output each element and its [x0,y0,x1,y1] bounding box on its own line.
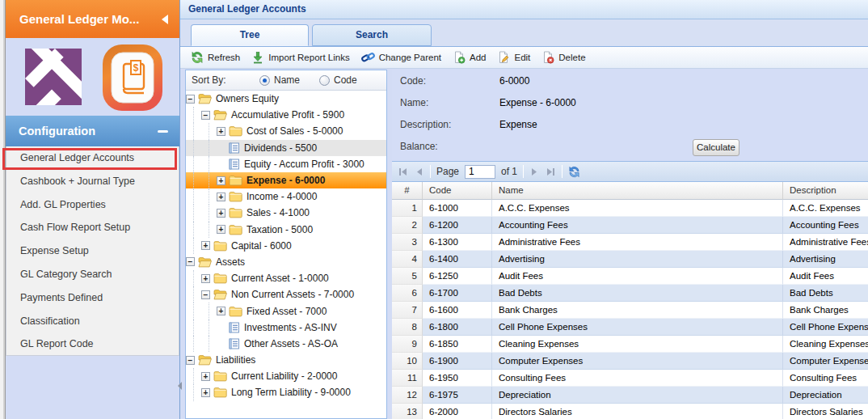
collapse-node-icon[interactable]: − [186,95,195,104]
splitter-collapse-icon[interactable] [178,382,182,390]
configuration-section-header[interactable]: Configuration [6,116,179,146]
sidebar-item-general-ledger-accounts[interactable]: General Ledger Accounts [6,146,179,170]
tree-node-equity-accum-profit-3000[interactable]: Equity - Accum Profit - 3000 [186,156,386,172]
description-cell[interactable]: Cleaning Expenses [783,336,868,353]
collapse-node-icon[interactable]: − [186,257,195,266]
code-cell[interactable]: 6-1800 [423,319,492,336]
column-header-num[interactable]: # [392,182,423,200]
expand-node-icon[interactable]: + [201,241,210,250]
description-cell[interactable]: Cell Phone Expenses [783,319,868,336]
expand-node-icon[interactable]: + [217,176,225,185]
table-row[interactable]: 16-1000A.C.C. ExpensesA.C.C. Expenses [392,200,868,217]
description-cell[interactable]: Advertising [783,251,868,268]
tree-node-non-current-assets-7-0000[interactable]: −Non Current Assets - 7-0000 [186,286,386,303]
column-header-name[interactable]: Name [492,182,783,200]
code-cell[interactable]: 6-1300 [423,234,492,251]
code-cell[interactable]: 6-1700 [423,285,492,302]
sidebar-item-cashbook-journal-type[interactable]: Cashbook + Journal Type [6,170,179,193]
delete-button[interactable]: Delete [537,49,592,66]
next-page-icon[interactable] [529,167,540,177]
name-cell[interactable]: Bad Debts [492,285,783,302]
tree-node-capital-6000[interactable]: +Capital - 6000 [186,238,386,254]
table-row[interactable]: 96-1850Cleaning ExpensesCleaning Expense… [392,336,868,353]
description-cell[interactable]: A.C.C. Expenses [783,200,868,217]
sidebar-item-payments-defined[interactable]: Payments Defined [6,286,179,310]
tree-node-investments-as-inv[interactable]: Investments - AS-INV [186,320,386,336]
code-cell[interactable]: 6-1250 [423,268,492,285]
name-cell[interactable]: Consulting Fees [492,370,783,387]
sidebar-item-gl-category-search[interactable]: GL Category Search [6,263,179,286]
code-cell[interactable]: 6-1000 [423,200,492,217]
name-cell[interactable]: Accounting Fees [492,217,783,234]
tree-node-long-term-liability-9-0000[interactable]: +Long Term Liability - 9-0000 [186,384,386,400]
first-page-icon[interactable] [398,167,408,177]
collapse-node-icon[interactable]: − [201,290,210,299]
tree-node-taxation-5000[interactable]: +Taxation - 5000 [186,222,386,238]
description-cell[interactable]: Bad Debts [783,285,868,302]
sort-name-radio[interactable] [259,75,270,86]
code-cell[interactable]: 6-1600 [423,302,492,319]
description-cell[interactable]: Directors Salaries [783,404,868,419]
sidebar-item-classification[interactable]: Classification [6,310,179,333]
code-cell[interactable]: 6-2000 [423,404,492,419]
expand-node-icon[interactable]: + [217,193,225,201]
description-cell[interactable]: Bank Charges [783,302,868,319]
tree-node-income-4-0000[interactable]: +Income - 4-0000 [186,188,386,205]
calculate-button[interactable]: Calculate [693,139,739,156]
refresh-button[interactable]: Refresh [187,49,247,66]
tree-node-cost-of-sales-5-0000[interactable]: +Cost of Sales - 5-0000 [186,123,386,139]
tree-node-dividends-5500[interactable]: Dividends - 5500 [186,140,386,156]
tree-node-assets[interactable]: −Assets [186,254,386,270]
tree-node-sales-4-1000[interactable]: +Sales - 4-1000 [186,205,386,221]
code-cell[interactable]: 6-1900 [423,353,492,370]
change-parent-button[interactable]: Change Parent [357,49,449,66]
sort-name-option[interactable]: Name [259,74,300,86]
collapse-section-icon[interactable] [158,130,168,133]
name-cell[interactable]: A.C.C. Expenses [492,200,783,217]
sidebar-item-cash-flow-report-setup[interactable]: Cash Flow Report Setup [6,216,179,239]
table-row[interactable]: 36-1300Administrative FeesAdministrative… [392,234,868,251]
table-row[interactable]: 26-1200Accounting FeesAccounting Fees [392,217,868,234]
name-cell[interactable]: Cleaning Expenses [492,336,783,353]
description-cell[interactable]: Computer Expenses [783,353,868,370]
description-cell[interactable]: Accounting Fees [783,217,868,234]
sort-code-radio[interactable] [319,75,330,86]
name-cell[interactable]: Bank Charges [492,302,783,319]
sort-code-option[interactable]: Code [319,74,357,86]
description-cell[interactable]: Audit Fees [783,268,868,285]
sidebar-item-add-gl-properties[interactable]: Add. GL Properties [6,193,179,217]
tab-search[interactable]: Search [312,24,432,46]
name-cell[interactable]: Administrative Fees [492,234,783,251]
tree-node-current-asset-1-0000[interactable]: +Current Asset - 1-0000 [186,270,386,286]
tree-node-accumulative-profit-5900[interactable]: −Accumulative Profit - 5900 [186,107,386,123]
column-header-code[interactable]: Code [423,182,492,200]
sidebar-item-expense-setup[interactable]: Expense Setup [6,239,179,263]
table-row[interactable]: 86-1800Cell Phone ExpensesCell Phone Exp… [392,319,868,336]
name-cell[interactable]: Advertising [492,251,783,268]
sidebar-item-gl-report-code[interactable]: GL Report Code [6,332,179,356]
name-cell[interactable]: Cell Phone Expenses [492,319,783,336]
tree-node-fixed-asset-7000[interactable]: +Fixed Asset - 7000 [186,303,386,319]
expand-node-icon[interactable]: + [217,225,225,234]
table-row[interactable]: 76-1600Bank ChargesBank Charges [392,302,868,319]
code-cell[interactable]: 6-1200 [423,217,492,234]
table-row[interactable]: 66-1700Bad DebtsBad Debts [392,285,868,302]
name-cell[interactable]: Depreciation [492,387,783,404]
collapse-node-icon[interactable]: − [186,356,195,365]
table-row[interactable]: 126-1975DepreciationDepreciation [392,387,868,404]
last-page-icon[interactable] [546,167,556,177]
expand-node-icon[interactable]: + [217,127,225,136]
code-cell[interactable]: 6-1850 [423,336,492,353]
expand-node-icon[interactable]: + [201,372,210,381]
import-report-links-button[interactable]: Import Report Links [247,49,356,66]
tree-node-liabilities[interactable]: −Liabilities [186,352,386,368]
name-cell[interactable]: Audit Fees [492,268,783,285]
column-header-description[interactable]: Description [783,182,868,200]
table-row[interactable]: 46-1400AdvertisingAdvertising [392,251,868,268]
description-cell[interactable]: Depreciation [783,387,868,404]
expand-node-icon[interactable]: + [217,307,225,315]
tree-node-other-assets-as-oa[interactable]: Other Assets - AS-OA [186,336,386,352]
collapse-panel-icon[interactable] [162,15,168,24]
name-cell[interactable]: Computer Expenses [492,353,783,370]
pager-refresh-icon[interactable] [568,166,580,178]
